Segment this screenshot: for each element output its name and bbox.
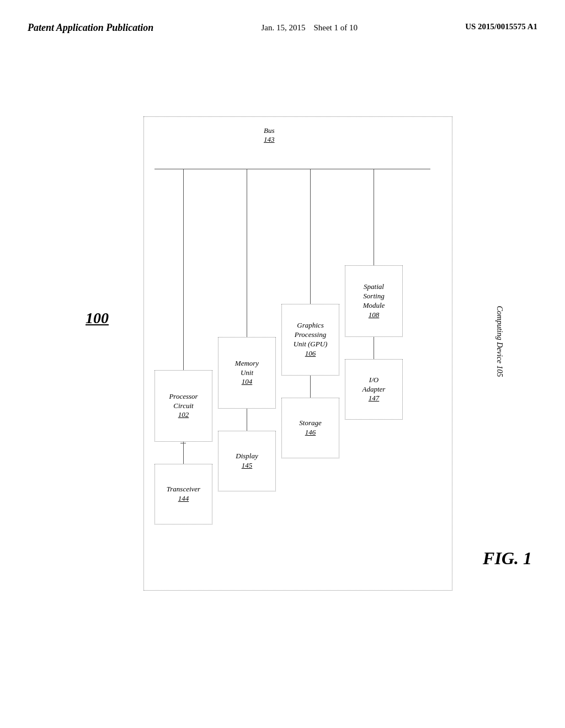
v-connector-gpu-bottom [310, 376, 311, 398]
connector-memory [247, 169, 247, 337]
display-box: Display 145 [218, 431, 276, 491]
v-connector-processor-bottom [183, 442, 184, 464]
patent-number: US 2015/0015575 A1 [465, 22, 537, 31]
publication-title: Patent Application Publication [28, 22, 153, 34]
transceiver-box: Transceiver 144 [154, 464, 212, 524]
system-label: 100 [86, 309, 109, 327]
gpu-box: GraphicsProcessingUnit (GPU) 106 [281, 304, 339, 376]
v-connector-spatial-bottom [374, 337, 374, 359]
sheet-info: Sheet 1 of 10 [313, 23, 358, 32]
processor-circuit-box: ProcessorCircuit 102 [154, 370, 212, 442]
io-adapter-box: I/OAdapter 147 [345, 359, 403, 420]
figure-label: FIG. 1 [483, 548, 532, 569]
v-connector-memory-bottom [247, 409, 247, 431]
bus-line [154, 169, 430, 169]
bus-label: Bus 143 [264, 126, 275, 144]
page-header: Patent Application Publication Jan. 15, … [0, 0, 565, 45]
connector-processor [183, 169, 184, 370]
memory-unit-box: MemoryUnit 104 [218, 337, 276, 409]
computing-device-label: Computing Device 105 [495, 306, 504, 377]
spatial-sorting-box: SpatialSortingModule 108 [345, 265, 403, 337]
storage-box: Storage 146 [281, 398, 339, 458]
diagram-area: 100 Computing Device 105 Bus 143 Process… [0, 45, 565, 679]
publication-date-sheet: Jan. 15, 2015 Sheet 1 of 10 [261, 22, 358, 34]
connector-spatial [374, 169, 374, 265]
pub-date: Jan. 15, 2015 [261, 23, 305, 32]
connector-gpu [310, 169, 311, 304]
